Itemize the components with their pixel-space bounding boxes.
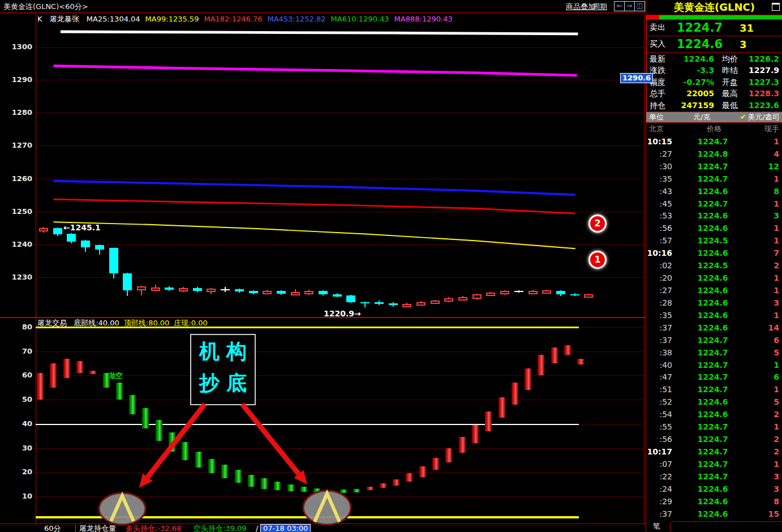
menu-overlay-link[interactable]: 商品叠加	[566, 2, 595, 12]
unit-right-option[interactable]: 美元/盎司	[748, 112, 780, 122]
tick-price: 1224.6	[672, 298, 753, 307]
candle	[402, 304, 411, 307]
tick-time: :24	[646, 484, 672, 494]
y-axis-label: 80	[0, 323, 32, 331]
tick-price: 1224.7	[672, 361, 753, 370]
candle	[221, 289, 230, 290]
tick-time: :53	[646, 211, 672, 220]
y-axis-label: 1240	[0, 240, 32, 248]
tab-transactions[interactable]: 笔	[653, 521, 660, 531]
y-axis-label: 1260	[0, 174, 32, 183]
tick-volume: 1	[753, 311, 779, 320]
tick-row: :221224.73	[646, 470, 782, 483]
tick-row: :351224.61	[646, 309, 782, 321]
y-axis-label: 30	[0, 444, 32, 452]
short-position-value: 空头持仓:39.09	[194, 524, 247, 532]
bottom-threshold-line	[36, 516, 579, 518]
tick-time: :22	[646, 472, 672, 481]
signal-circle-1: 1	[588, 251, 607, 269]
tick-row: 10:161224.67	[646, 247, 782, 259]
top-threshold-line	[36, 327, 579, 328]
main-chart[interactable]: K 屠龙暴张 MA25:1304.04MA99:1235.59MA182:124…	[0, 12, 646, 318]
highlight-ellipse	[99, 493, 145, 525]
candle	[542, 290, 551, 294]
unit-left-option[interactable]: 元/克	[664, 112, 740, 122]
contract-title: 美黄金连(GLNC)	[646, 0, 782, 14]
signal-circle-2: 2	[588, 214, 607, 233]
y-axis-label: 50	[0, 395, 32, 404]
histogram-bar	[551, 347, 558, 363]
histogram-bar	[327, 490, 334, 493]
ma-label: MA182:1246.76	[204, 15, 262, 23]
tick-time: 10:16	[646, 248, 672, 258]
tick-time: :38	[646, 348, 672, 357]
forward-arrow-icon[interactable]: ⇒	[624, 1, 635, 11]
tick-price: 1224.7	[672, 472, 753, 481]
menu-period-link[interactable]: 周期	[592, 2, 607, 12]
ma-lines-svg	[0, 12, 646, 317]
ma-label: MA453:1252.82	[267, 15, 325, 23]
maximize-icon[interactable]	[772, 3, 780, 11]
tick-volume: 8	[753, 187, 779, 196]
tick-volume: 2	[753, 435, 779, 444]
tick-list[interactable]: 10:151224.71:271224.84:301224.712:351224…	[646, 135, 782, 520]
gridline	[36, 179, 644, 179]
tick-row: :401224.71	[646, 359, 782, 371]
back-arrow-icon[interactable]: ⇐	[614, 1, 625, 11]
tick-price: 1224.7	[672, 447, 753, 456]
tick-row: :541224.62	[646, 408, 782, 421]
low-price-note: 1220.9→	[324, 309, 361, 318]
tick-volume: 7	[753, 248, 779, 258]
tick-time: :47	[646, 372, 672, 381]
tick-row: :521224.65	[646, 396, 782, 408]
tick-row: :371224.76	[646, 334, 782, 346]
tick-row: :281224.63	[646, 297, 782, 309]
sub-indicator-chart[interactable]: 屠龙交易 底部线:40.00顶部线:80.00庄现:0.00 做空 机构 抄底 …	[0, 317, 646, 532]
high-price-note: ←1245.1	[63, 223, 101, 232]
ma-label: MA25:1304.04	[87, 15, 140, 23]
tick-volume: 3	[753, 211, 779, 220]
candle	[109, 248, 118, 273]
stat-value: 22005	[674, 88, 714, 99]
histogram-bar	[169, 432, 175, 452]
tick-row: :021224.52	[646, 259, 782, 272]
tick-time: :43	[646, 187, 672, 196]
status-bar: 60分 屠龙持仓量 多头持仓:-32.68 空头持仓:39.09 / 07-18…	[0, 524, 646, 532]
candle	[179, 288, 188, 291]
tick-row: :381224.75	[646, 346, 782, 359]
candle	[584, 294, 593, 298]
stat-value: -3.3	[674, 65, 714, 76]
axis-border-right	[644, 12, 644, 317]
tick-volume: 5	[753, 397, 779, 406]
period-label: 60分	[44, 524, 61, 532]
tick-price: 1224.5	[672, 261, 753, 270]
axis-border-left	[36, 12, 36, 317]
candle	[375, 302, 384, 304]
y-axis-label: 40	[0, 419, 32, 428]
stat-label: 最低	[722, 100, 747, 111]
tick-time: :56	[646, 224, 672, 233]
tick-row: :431224.68	[646, 185, 782, 198]
tick-time: :02	[646, 261, 672, 270]
tick-price: 1224.6	[672, 273, 753, 282]
tick-volume: 1	[753, 236, 779, 245]
histogram-bar	[89, 371, 96, 374]
tick-row: :551224.71	[646, 421, 782, 433]
stat-label: 总手	[650, 88, 674, 99]
tick-volume: 6	[753, 336, 779, 345]
tick-price: 1224.5	[672, 236, 753, 245]
tick-row: :451224.71	[646, 198, 782, 210]
candle	[486, 293, 495, 296]
candle	[193, 288, 202, 291]
bar-timestamp: 07-18 03:00	[260, 524, 311, 532]
tick-price: 1224.7	[672, 174, 753, 183]
gridline	[36, 244, 644, 245]
bid-label: 买入	[650, 39, 672, 49]
long-position-value: 多头持仓:-32.68	[126, 524, 181, 532]
ma-label: MA888:1290.43	[394, 15, 453, 23]
candle	[165, 288, 174, 290]
split-window-icon[interactable]: ◫	[634, 1, 645, 11]
tick-row: :301224.712	[646, 160, 782, 173]
bid-price: 1224.6	[677, 37, 723, 51]
tick-time: :45	[646, 199, 672, 208]
